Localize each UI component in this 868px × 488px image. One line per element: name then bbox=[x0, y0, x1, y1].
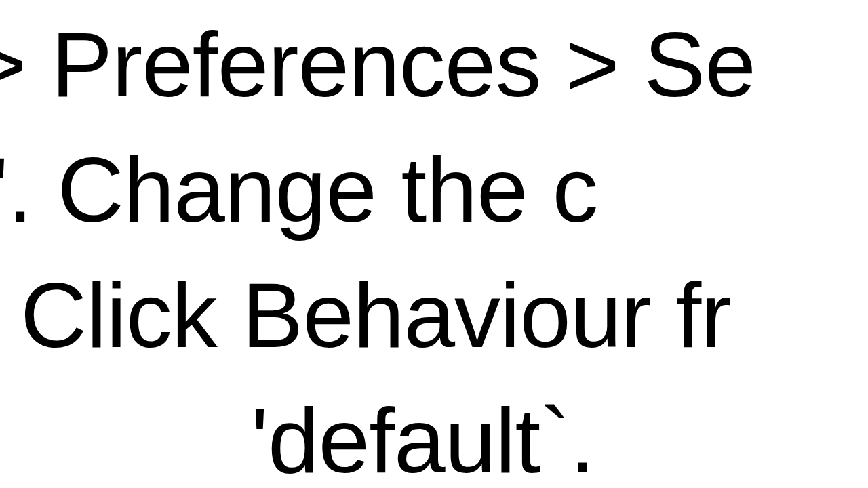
text-line-2: our". Change the c bbox=[0, 132, 868, 247]
text-line-3: Click Behaviour fr bbox=[20, 258, 868, 373]
document-text-block: > Preferences > Se our". Change the c Cl… bbox=[0, 0, 868, 488]
text-line-4: 'default`. bbox=[251, 383, 868, 488]
text-line-1: > Preferences > Se bbox=[0, 7, 868, 122]
